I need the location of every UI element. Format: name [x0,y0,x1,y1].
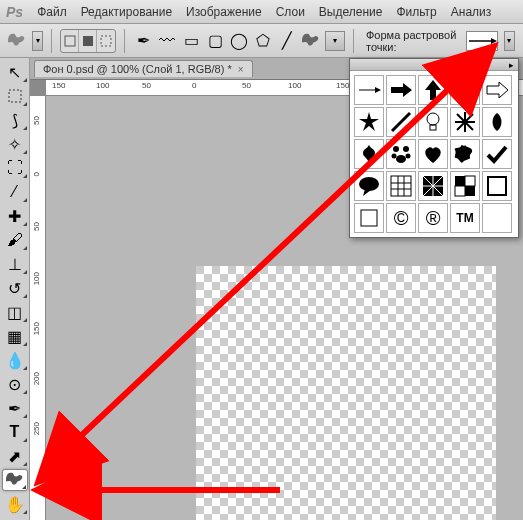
panel-header: ▸ [350,59,518,71]
svg-rect-2 [101,36,111,46]
rounded-rect-icon[interactable]: ▢ [205,31,225,51]
svg-point-25 [359,177,379,191]
vertical-ruler: 50 0 50 100 150 200 250 [30,96,46,520]
hand-tool[interactable]: ✋ [2,493,28,515]
stamp-tool[interactable]: ⊥ [2,253,28,275]
shape-slash[interactable] [386,107,416,137]
app-logo: Ps [6,4,23,20]
lasso-tool[interactable]: ⟆ [2,109,28,131]
shape-outline-box[interactable] [482,171,512,201]
menu-filter[interactable]: Фильтр [396,5,436,19]
menu-analysis[interactable]: Анализ [451,5,492,19]
shape-starburst[interactable] [354,107,384,137]
svg-rect-27 [391,176,411,196]
shape-checker[interactable] [450,171,480,201]
svg-rect-42 [361,210,377,226]
menu-edit[interactable]: Редактирование [81,5,172,19]
svg-marker-7 [375,87,381,93]
svg-marker-8 [391,83,412,97]
shape-fleur[interactable] [354,139,384,169]
svg-rect-41 [488,177,506,195]
menu-file[interactable]: Файл [37,5,67,19]
svg-point-21 [403,146,409,152]
brush-tool[interactable]: 🖌 [2,229,28,251]
crop-tool[interactable]: ⛶ [2,157,28,179]
custom-shape-icon[interactable] [301,31,321,51]
move-tool[interactable]: ↖ [2,61,28,83]
gradient-tool[interactable]: ▦ [2,325,28,347]
shape-blank[interactable] [482,203,512,233]
menu-image[interactable]: Изображение [186,5,262,19]
freeform-pen-icon[interactable]: 〰 [157,31,177,51]
blur-tool[interactable]: 💧 [2,349,28,371]
pen-tool[interactable]: ✒ [2,397,28,419]
shape-splat[interactable] [450,139,480,169]
type-tool[interactable]: T [2,421,28,443]
shape-diamond[interactable] [418,171,448,201]
svg-marker-4 [491,38,497,44]
separator [353,29,354,53]
tool-preset-icon[interactable] [8,30,26,52]
shape-check[interactable] [482,139,512,169]
path-select-tool[interactable]: ⬈ [2,445,28,467]
options-bar: ▾ ✒ 〰 ▭ ▢ ◯ ⬠ ╱ ▾ Форма растровой точки:… [0,24,523,58]
polygon-icon[interactable]: ⬠ [253,31,273,51]
svg-rect-39 [465,176,475,186]
panel-menu-icon[interactable]: ▸ [509,60,514,70]
svg-rect-0 [65,36,75,46]
svg-line-13 [392,113,410,131]
shape-copyright[interactable]: © [386,203,416,233]
eyedropper-tool[interactable]: ⁄ [2,181,28,203]
svg-marker-11 [487,82,508,98]
shape-arrow-solid[interactable] [450,75,480,105]
shape-trademark[interactable]: TM [450,203,480,233]
document-tab[interactable]: Фон 0.psd @ 100% (Слой 1, RGB/8) * × [34,60,253,77]
shape-layers-mode[interactable] [61,30,79,52]
shape-arrow-thin[interactable] [354,75,384,105]
svg-rect-1 [83,36,93,46]
svg-rect-37 [455,176,465,186]
custom-shape-tool[interactable] [2,469,28,491]
shape-options-dropdown[interactable]: ▾ [325,31,345,51]
shape-arrow-outline[interactable] [482,75,512,105]
eraser-tool[interactable]: ◫ [2,301,28,323]
ellipse-icon[interactable]: ◯ [229,31,249,51]
marquee-tool[interactable] [2,85,28,107]
shape-speech[interactable] [354,171,384,201]
shape-burst[interactable] [450,107,480,137]
shape-preview[interactable] [466,31,498,51]
shape-square[interactable] [354,203,384,233]
history-brush-tool[interactable]: ↺ [2,277,28,299]
svg-marker-9 [425,80,441,100]
menu-layers[interactable]: Слои [276,5,305,19]
shape-paw[interactable] [386,139,416,169]
shape-arrow-bold[interactable] [386,75,416,105]
dodge-tool[interactable]: ⊙ [2,373,28,395]
close-tab-icon[interactable]: × [238,64,244,75]
shape-leaf[interactable] [482,107,512,137]
shape-grid[interactable] [386,171,416,201]
tab-title: Фон 0.psd @ 100% (Слой 1, RGB/8) * [43,63,232,75]
shape-heart[interactable] [418,139,448,169]
shape-buttons: ✒ 〰 ▭ ▢ ◯ ⬠ ╱ ▾ [133,31,345,51]
fill-pixels-mode[interactable] [97,30,115,52]
svg-marker-10 [455,82,476,98]
shape-picker-dropdown[interactable]: ▾ [504,31,515,51]
rectangle-icon[interactable]: ▭ [181,31,201,51]
svg-point-23 [406,154,411,159]
transparent-area [196,266,496,520]
svg-rect-38 [465,186,475,196]
svg-marker-12 [359,112,379,131]
menu-select[interactable]: Выделение [319,5,383,19]
pen-icon[interactable]: ✒ [133,31,153,51]
shape-arrow-up[interactable] [418,75,448,105]
tool-preset-dropdown[interactable]: ▾ [32,31,43,51]
shape-registered[interactable]: ® [418,203,448,233]
shape-bulb[interactable] [418,107,448,137]
mode-group [60,29,117,53]
line-icon[interactable]: ╱ [277,31,297,51]
svg-rect-5 [9,90,21,102]
paths-mode[interactable] [79,30,97,52]
heal-tool[interactable]: ✚ [2,205,28,227]
wand-tool[interactable]: ✧ [2,133,28,155]
